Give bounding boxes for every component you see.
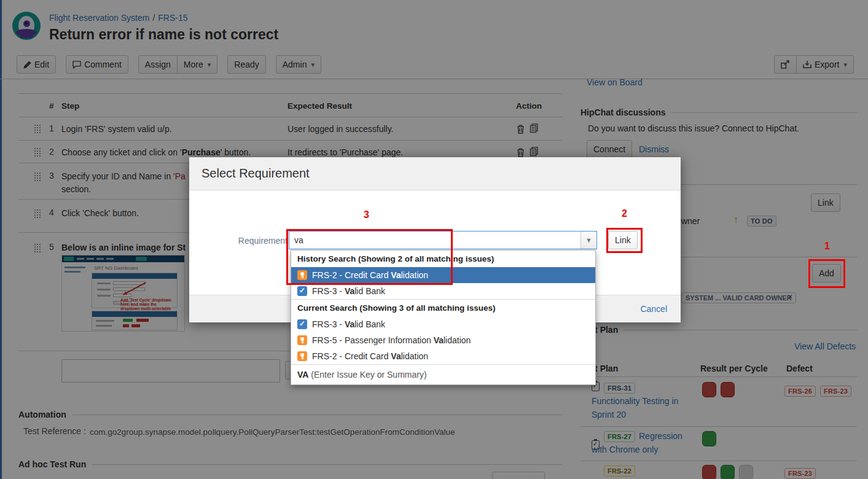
requirement-input[interactable]	[289, 232, 581, 249]
requirement-suggestions-dropdown: History Search (Showing 2 of all matchin…	[291, 250, 596, 385]
requirement-combobox: ▼	[289, 231, 597, 249]
suggestion-item-frs2[interactable]: FRS-2 - Credit Card Validation	[291, 348, 595, 364]
requirement-field-label: Requirement	[233, 236, 287, 246]
annotation-number-2: 2	[622, 208, 627, 219]
requirement-type-icon	[297, 335, 307, 345]
requirement-type-icon	[297, 351, 307, 361]
link-button[interactable]: Link	[608, 231, 638, 249]
combobox-dropdown-toggle[interactable]: ▼	[581, 232, 596, 249]
annotation-number-3: 3	[364, 209, 369, 220]
annotation-number-1: 1	[824, 241, 830, 252]
chevron-down-icon: ▼	[585, 236, 592, 244]
task-type-icon	[297, 319, 307, 329]
suggestion-item-frs2-selected[interactable]: FRS-2 - Credit Card Validation	[291, 267, 595, 283]
dialog-title: Select Requirement	[201, 166, 310, 181]
manual-entry-option[interactable]: VA (Enter Issue Key or Summary)	[291, 365, 595, 384]
cancel-link[interactable]: Cancel	[640, 304, 667, 314]
current-search-header: Current Search (Showing 3 of all matchin…	[291, 300, 595, 316]
history-search-header: History Search (Showing 2 of all matchin…	[291, 251, 595, 267]
suggestion-item-frs3[interactable]: FRS-3 - Valid Bank	[291, 316, 595, 332]
task-type-icon	[297, 286, 307, 296]
suggestion-item-frs3[interactable]: FRS-3 - Valid Bank	[291, 283, 595, 299]
requirement-type-icon	[297, 270, 307, 280]
dialog-header: Select Requirement	[189, 157, 681, 190]
suggestion-item-frs5[interactable]: FRS-5 - Passenger Information Validation	[291, 332, 595, 348]
